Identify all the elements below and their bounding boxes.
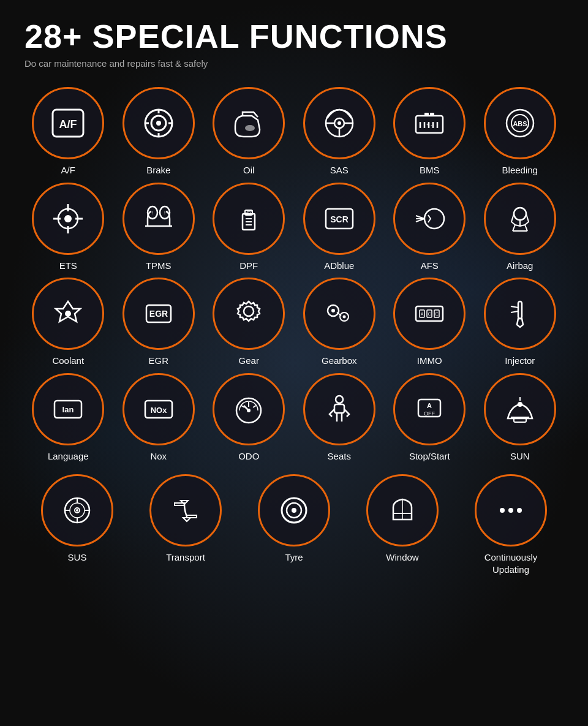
circle-stopstart: A OFF bbox=[393, 373, 466, 445]
item-gear: Gear bbox=[213, 278, 285, 367]
circle-sas bbox=[303, 87, 375, 159]
item-af: A/F A/F bbox=[32, 87, 104, 176]
item-bleeding: ABS Bleeding bbox=[484, 87, 556, 176]
circle-brake bbox=[123, 87, 195, 159]
circle-coolant bbox=[32, 278, 104, 350]
sun-icon bbox=[502, 391, 538, 428]
circle-dpf: DPF bbox=[213, 183, 285, 255]
svg-text:!: ! bbox=[164, 211, 165, 215]
item-sun: SUN bbox=[484, 373, 556, 463]
circle-continuously-updating bbox=[475, 474, 547, 546]
circle-injector bbox=[484, 278, 556, 350]
svg-text:!: ! bbox=[152, 211, 153, 215]
item-continuously-updating: ContinuouslyUpdating bbox=[475, 474, 547, 575]
svg-point-46 bbox=[424, 209, 444, 229]
svg-point-103 bbox=[508, 508, 513, 513]
item-stopstart: A OFF Stop/Start bbox=[393, 373, 466, 463]
svg-marker-96 bbox=[183, 518, 190, 521]
item-tyre: Tyre bbox=[258, 474, 330, 575]
label-bms: BMS bbox=[420, 164, 440, 176]
label-ets: ETS bbox=[59, 260, 77, 272]
label-window: Window bbox=[386, 551, 418, 564]
label-tpms: TPMS bbox=[146, 260, 172, 272]
label-immo: IMMO bbox=[417, 355, 442, 367]
circle-language: lan bbox=[32, 373, 104, 445]
svg-point-57 bbox=[342, 316, 345, 319]
svg-text:E: E bbox=[435, 312, 439, 316]
svg-point-102 bbox=[500, 508, 505, 513]
svg-point-15 bbox=[337, 121, 341, 125]
item-nox: NOx Nox bbox=[123, 373, 195, 463]
item-odo: ODO bbox=[213, 373, 285, 463]
circle-seats bbox=[303, 373, 375, 445]
svg-text:EGR: EGR bbox=[149, 309, 168, 319]
circle-oil bbox=[213, 87, 285, 159]
circle-nox: NOx bbox=[123, 373, 195, 445]
circle-egr: EGR bbox=[123, 278, 195, 350]
svg-point-77 bbox=[247, 409, 251, 412]
nox-icon: NOx bbox=[140, 391, 177, 428]
label-afs: AFS bbox=[421, 260, 439, 272]
coolant-icon bbox=[50, 295, 86, 332]
label-airbag: Airbag bbox=[507, 260, 533, 272]
circle-sun bbox=[484, 373, 556, 445]
svg-point-50 bbox=[65, 311, 71, 317]
tyre-icon bbox=[276, 492, 312, 529]
circle-airbag bbox=[484, 183, 556, 255]
label-gear: Gear bbox=[239, 355, 259, 367]
svg-line-75 bbox=[253, 406, 256, 407]
circle-tpms: ! ! bbox=[123, 183, 195, 255]
svg-text:A: A bbox=[421, 312, 424, 316]
svg-text:OFF: OFF bbox=[424, 410, 435, 417]
svg-rect-79 bbox=[334, 404, 344, 413]
circle-bms: + - bbox=[393, 87, 466, 159]
afs-icon bbox=[411, 200, 448, 237]
label-oil: Oil bbox=[243, 164, 254, 176]
sas-icon bbox=[321, 105, 358, 142]
injector-icon bbox=[502, 295, 538, 332]
item-ets: ETS bbox=[32, 183, 104, 272]
svg-rect-65 bbox=[518, 301, 522, 319]
item-language: lan Language bbox=[32, 373, 104, 463]
item-injector: Injector bbox=[484, 278, 556, 367]
circle-gearbox bbox=[303, 278, 375, 350]
odo-icon bbox=[230, 391, 267, 428]
label-dpf: DPF bbox=[239, 260, 258, 272]
item-oil: Oil bbox=[213, 87, 285, 176]
label-injector: Injector bbox=[505, 355, 535, 367]
bleeding-icon: ABS bbox=[502, 105, 538, 142]
functions-grid: A/F A/F Brak bbox=[24, 87, 564, 575]
label-odo: ODO bbox=[238, 450, 259, 463]
circle-af: A/F bbox=[32, 87, 104, 159]
label-tyre: Tyre bbox=[285, 551, 303, 564]
circle-ets bbox=[32, 183, 104, 255]
svg-point-9 bbox=[245, 125, 255, 131]
item-immo: A C E IMMO bbox=[393, 278, 466, 367]
dpf-icon: DPF bbox=[230, 200, 267, 237]
svg-text:DPF: DPF bbox=[244, 210, 253, 214]
oil-icon bbox=[230, 105, 267, 142]
row-1: A/F A/F Brak bbox=[24, 87, 564, 176]
more-icon bbox=[492, 492, 529, 529]
label-bleeding: Bleeding bbox=[502, 164, 538, 176]
svg-point-94 bbox=[76, 509, 78, 512]
svg-rect-17 bbox=[424, 113, 429, 116]
item-window: Window bbox=[366, 474, 439, 575]
circle-immo: A C E bbox=[393, 278, 466, 350]
item-tpms: ! ! TPMS bbox=[123, 183, 195, 272]
af-icon: A/F bbox=[50, 105, 86, 142]
item-egr: EGR EGR bbox=[123, 278, 195, 367]
row-4: lan Language NOx Nox bbox=[24, 373, 564, 463]
label-coolant: Coolant bbox=[52, 355, 84, 367]
sus-icon bbox=[59, 492, 96, 529]
item-sus: SUS bbox=[41, 474, 113, 575]
svg-line-66 bbox=[511, 306, 518, 308]
label-nox: Nox bbox=[150, 450, 167, 463]
label-brake: Brake bbox=[146, 164, 170, 176]
label-egr: EGR bbox=[148, 355, 168, 367]
circle-sus bbox=[41, 474, 113, 546]
header-subtitle: Do car maintenance and repairs fast & sa… bbox=[24, 58, 564, 69]
item-brake: Brake bbox=[123, 87, 195, 176]
svg-point-99 bbox=[292, 508, 296, 513]
circle-adblue: SCR bbox=[303, 183, 375, 255]
